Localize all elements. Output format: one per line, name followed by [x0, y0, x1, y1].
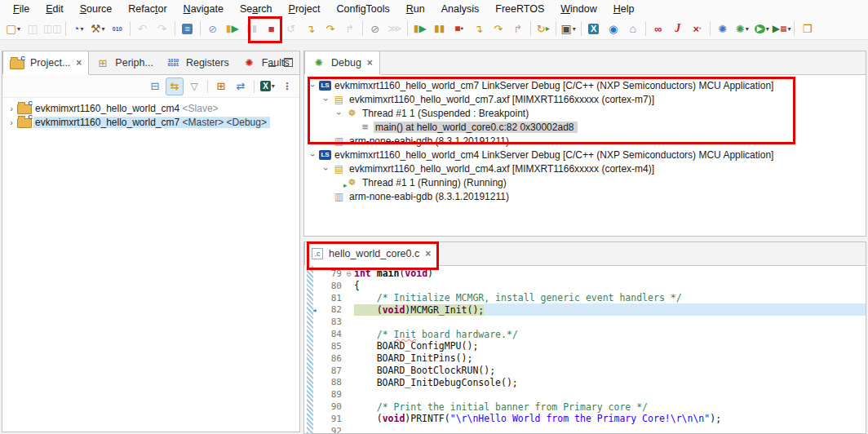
tree-row[interactable]: arm-none-eabi-gdb (8.3.1.20191211) — [304, 189, 866, 203]
tree-row[interactable]: ›evkmimxrt1160_hello_world_cm7.axf [MIMX… — [304, 92, 866, 106]
menu-refactor[interactable]: Refactor — [120, 2, 175, 16]
collapse-all-button[interactable]: ⊟ — [146, 78, 164, 95]
ide-config-tools-button[interactable]: X — [584, 20, 604, 38]
profile-dropdown-icon[interactable]: ▾ — [787, 25, 790, 33]
tab-registers[interactable]: Registers — [160, 51, 236, 74]
menu-configtools[interactable]: ConfigTools — [328, 2, 397, 16]
close-icon[interactable]: × — [367, 57, 373, 69]
tree-row[interactable]: ›evkmimxrt1160_hello_world_cm7 LinkServe… — [304, 78, 866, 92]
save-all-button[interactable]: ◫◫ — [42, 20, 63, 38]
menu-freertos[interactable]: FreeRTOS — [487, 2, 552, 16]
binary-utilities-button[interactable]: 010 — [108, 20, 127, 38]
step-filters-button[interactable]: ⋙ — [385, 20, 405, 38]
view-menu-button[interactable]: ⋮ — [278, 78, 296, 95]
chevron-down-icon[interactable]: › — [308, 149, 318, 161]
tree-row[interactable]: main() at hello_world_core0.c:82 0x30002… — [304, 120, 866, 134]
build-dropdown-icon[interactable]: ▾ — [101, 25, 104, 33]
chevron-right-icon[interactable]: › — [6, 104, 17, 113]
new-wizard-button[interactable]: ▢▾ — [3, 20, 23, 38]
tree-row[interactable]: ›evkmimxrt1160_hello_world_cm4 LinkServe… — [304, 148, 866, 162]
launch-config-button[interactable]: ◔▾ — [69, 20, 88, 38]
chevron-right-icon[interactable]: › — [6, 117, 17, 127]
instruction-step-return-button[interactable]: ↱ — [508, 20, 528, 38]
close-icon[interactable]: × — [76, 57, 82, 69]
restart-button[interactable]: ↻▸ — [534, 20, 553, 38]
config-tools-x-dropdown-icon[interactable]: ▾ — [272, 82, 275, 90]
menu-edit[interactable]: Edit — [38, 2, 72, 16]
tab-project[interactable]: Project...× — [2, 51, 89, 74]
chevron-down-icon[interactable]: › — [308, 80, 318, 91]
code-line[interactable]: 80{ — [304, 280, 866, 292]
run-dropdown-icon[interactable]: ▾ — [766, 25, 769, 33]
fold-collapse-icon[interactable]: ⊖ — [343, 269, 354, 278]
save-button[interactable]: ◫ — [23, 20, 42, 38]
reset-button[interactable]: ↺ — [281, 20, 301, 38]
resume-button[interactable]: ▮▶ — [223, 20, 242, 38]
instruction-step-into-button[interactable]: ↴ — [469, 20, 489, 38]
menu-project[interactable]: Project — [281, 2, 329, 16]
gui-flash-tool-dropdown-icon[interactable]: ▾ — [573, 25, 576, 33]
tree-row[interactable]: arm-none-eabi-gdb (8.3.1.20191211) — [304, 134, 866, 148]
sync-button[interactable]: ⇄ — [232, 78, 250, 95]
code-line[interactable]: 90 /* Print the initial banner from Prim… — [304, 401, 866, 413]
link-with-editor-button[interactable]: ⇆ — [166, 78, 184, 95]
suspend-all-button[interactable]: ▮▮ — [430, 20, 450, 38]
step-into-button[interactable]: ↴ — [301, 20, 321, 38]
undo-button[interactable]: ↶ — [133, 20, 153, 38]
run-button[interactable]: ▶▾ — [752, 20, 772, 38]
tree-row[interactable]: ›evkmimxrt1160_hello_world_cm4 <Slave> — [2, 101, 299, 115]
code-editor[interactable]: 79⊖int main(void)80{81 /* Initialize MCM… — [304, 266, 866, 433]
chevron-down-icon[interactable]: › — [321, 163, 331, 175]
terminate-all-button[interactable]: ■▪ — [450, 20, 469, 38]
debug-button[interactable]: ✺▾ — [733, 20, 752, 38]
code-line[interactable]: 81 /* Initialize MCMGR, install generic … — [304, 292, 866, 304]
tab-periph[interactable]: Periph... — [89, 51, 160, 74]
search-toggle-button[interactable]: ⊘ — [203, 20, 223, 38]
welcome-globe-button[interactable]: ◉ — [604, 20, 623, 38]
menu-window[interactable]: Window — [552, 2, 604, 16]
suspend-button[interactable]: ▮▮ — [242, 20, 262, 38]
new-wizard-dropdown-icon[interactable]: ▾ — [17, 25, 20, 33]
attach-debug-button[interactable]: ✺ — [713, 20, 733, 38]
code-line[interactable]: 87 BOARD_BootClockRUN(); — [304, 365, 866, 377]
code-line[interactable]: 92 — [304, 425, 866, 433]
skip-all-breakpoints-button[interactable]: ⊘ — [365, 20, 385, 38]
code-line[interactable]: 88 BOARD_InitDebugConsole(); — [304, 376, 866, 388]
link-tool-button[interactable]: ∞ — [649, 20, 668, 38]
menu-file[interactable]: File — [5, 2, 38, 16]
menu-help[interactable]: Help — [605, 2, 643, 16]
step-over-button[interactable]: ↷ — [321, 20, 340, 38]
grid-view-button[interactable]: ⊞ — [212, 78, 230, 95]
redo-button[interactable]: ↷ — [153, 20, 172, 38]
minimize-icon[interactable] — [268, 58, 276, 67]
code-line[interactable]: →82 (void)MCMGR_Init(); — [304, 303, 866, 316]
debug-dropdown-icon[interactable]: ▾ — [746, 25, 749, 33]
chevron-down-icon[interactable]: › — [321, 94, 331, 105]
home-button[interactable]: ⌂ — [623, 20, 643, 38]
code-line[interactable]: 85 BOARD_ConfigMPU(); — [304, 340, 866, 352]
tree-row[interactable]: Thread #1 1 (Running) (Running) — [304, 175, 866, 189]
terminate-button[interactable]: ■ — [262, 20, 281, 38]
code-line[interactable]: 84 /* Init board hardware.*/ — [304, 328, 866, 340]
code-line[interactable]: 89 — [304, 388, 866, 401]
tree-row[interactable]: ›Thread #1 1 (Suspended : Breakpoint) — [304, 106, 866, 120]
tree-row[interactable]: ›evkmimxrt1160_hello_world_cm7 <Master> … — [2, 115, 299, 129]
menu-run[interactable]: Run — [398, 2, 433, 16]
console-button[interactable]: ≡ — [178, 20, 197, 38]
config-tools-x-button[interactable]: X▾ — [259, 78, 277, 95]
menu-source[interactable]: Source — [72, 2, 121, 16]
code-line[interactable]: 83 — [304, 316, 866, 328]
profile-button[interactable]: ▶▦▾ — [772, 20, 792, 38]
code-line[interactable]: 79⊖int main(void) — [304, 268, 866, 280]
resume-all-button[interactable]: ▮▶ — [410, 20, 430, 38]
instruction-step-over-button[interactable]: ↷ — [489, 20, 508, 38]
tab-debug[interactable]: Debug × — [304, 51, 380, 74]
detach-tool-button[interactable]: ×▪ — [688, 20, 707, 38]
tab-hello-world-core0[interactable]: hello_world_core0.c × — [304, 241, 438, 265]
launch-config-dropdown-icon[interactable]: ▾ — [80, 25, 83, 33]
filter-button[interactable]: ▽ — [185, 78, 203, 95]
menu-search[interactable]: Search — [232, 2, 281, 16]
menu-analysis[interactable]: Analysis — [433, 2, 488, 16]
step-return-button[interactable]: ↱ — [340, 20, 360, 38]
build-button[interactable]: ⚒▾ — [88, 20, 108, 38]
